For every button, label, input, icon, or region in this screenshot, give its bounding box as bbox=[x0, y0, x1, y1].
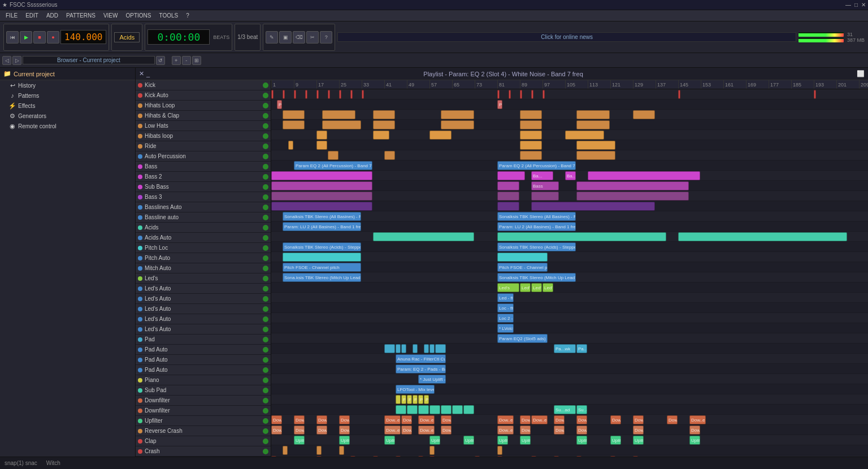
pattern-block[interactable]: Sona.ksis TBK Stereo (Mitch Up Lead) - F… bbox=[283, 273, 361, 282]
pattern-block[interactable] bbox=[441, 110, 474, 119]
pattern-block[interactable]: 3 bbox=[531, 90, 533, 99]
pattern-block[interactable]: Uplifter bbox=[689, 436, 700, 445]
pattern-block[interactable]: Dow..er bbox=[384, 425, 401, 435]
sidebar-item-remote[interactable]: ◉ Remote control bbox=[0, 121, 135, 131]
pattern-block[interactable] bbox=[373, 110, 395, 119]
play-btn[interactable]: ▶ bbox=[20, 31, 32, 44]
pattern-block[interactable]: Uplifter bbox=[463, 436, 474, 445]
track-mute-btn[interactable] bbox=[263, 123, 268, 129]
track-mute-btn[interactable] bbox=[263, 286, 268, 292]
track-row[interactable]: Ride bbox=[136, 141, 271, 151]
track-row[interactable]: Led's Auto bbox=[136, 314, 271, 324]
track-mute-btn[interactable] bbox=[263, 408, 268, 414]
timeline-area[interactable]: 1917253341495765738189971051131211291371… bbox=[271, 80, 868, 457]
pattern-block[interactable]: Dow...r bbox=[316, 425, 327, 435]
pattern-block[interactable]: Ba... bbox=[531, 171, 553, 180]
pattern-block[interactable] bbox=[520, 141, 542, 150]
track-row[interactable]: Bass 2 bbox=[136, 172, 271, 182]
track-mute-btn[interactable] bbox=[263, 327, 268, 332]
pattern-block[interactable]: Su..ad bbox=[576, 405, 587, 414]
pattern-block[interactable] bbox=[497, 192, 519, 201]
pattern-block[interactable] bbox=[463, 405, 474, 414]
track-mute-btn[interactable] bbox=[263, 82, 268, 88]
pattern-block[interactable] bbox=[633, 456, 638, 457]
track-row[interactable]: Acids Auto bbox=[136, 233, 271, 243]
pattern-block[interactable]: Sonalksis TBK Stereo (Mitch Up Lead) - F… bbox=[497, 273, 576, 282]
track-row[interactable]: Kick Auto bbox=[136, 90, 271, 101]
track-row[interactable]: Pad bbox=[136, 335, 271, 345]
menu-view[interactable]: VIEW bbox=[100, 12, 121, 19]
track-row[interactable]: Mitch Auto bbox=[136, 263, 271, 273]
close-btn[interactable]: ✕ bbox=[861, 2, 866, 8]
pattern-block[interactable]: Param EQ2 (Slot5 ads) - Band 1 freq bbox=[497, 334, 548, 343]
pattern-block[interactable]: Led's bbox=[531, 283, 542, 292]
pattern-block[interactable]: Sonalksis TBK Stereo (Acids) - Stepper m… bbox=[283, 242, 361, 251]
track-row[interactable]: Pitch Auto bbox=[136, 253, 271, 263]
track-row[interactable]: Pad Auto bbox=[136, 355, 271, 365]
pattern-block[interactable] bbox=[283, 446, 288, 455]
track-mute-btn[interactable] bbox=[263, 438, 268, 444]
pattern-block[interactable]: Param: LU 2 (All Basines) - Band 1 freq bbox=[283, 222, 361, 231]
pattern-block[interactable]: Su...ad bbox=[554, 405, 576, 414]
track-mute-btn[interactable] bbox=[263, 154, 268, 159]
pattern-block[interactable] bbox=[520, 131, 542, 140]
track-mute-btn[interactable] bbox=[263, 266, 268, 271]
pattern-block[interactable]: 3 bbox=[509, 90, 511, 99]
track-row[interactable]: Crash bbox=[136, 446, 271, 457]
track-mute-btn[interactable] bbox=[263, 357, 268, 363]
menu-edit[interactable]: EDIT bbox=[22, 12, 42, 19]
minimize-btn[interactable]: — bbox=[845, 2, 851, 8]
pattern-block[interactable]: Param: LU 2 (All Basines) - Band 1 freq bbox=[497, 222, 576, 231]
pattern-block[interactable]: Dow..er bbox=[497, 425, 514, 435]
pattern-block[interactable] bbox=[576, 141, 615, 150]
pattern-block[interactable] bbox=[396, 405, 406, 414]
track-row[interactable]: Sub Bass bbox=[136, 182, 271, 192]
track-row[interactable]: Upfilter bbox=[136, 416, 271, 426]
track-row[interactable]: Pitch Loc bbox=[136, 243, 271, 253]
browser-back[interactable]: ◁ bbox=[2, 56, 11, 65]
pattern-block[interactable]: Dow...r bbox=[294, 425, 305, 435]
pattern-block[interactable]: Dow...r bbox=[271, 425, 282, 435]
pattern-block[interactable]: Bass bbox=[531, 181, 559, 190]
pattern-block[interactable]: 3 bbox=[339, 90, 341, 99]
pattern-block[interactable]: Dow...r bbox=[339, 425, 350, 435]
track-row[interactable]: Bass bbox=[136, 162, 271, 172]
pattern-block[interactable]: Piano bbox=[418, 395, 423, 404]
pattern-block[interactable]: Uplifter bbox=[339, 436, 350, 445]
track-row[interactable]: Sub Pad bbox=[136, 385, 271, 396]
pattern-block[interactable]: 3 bbox=[542, 90, 545, 99]
track-row[interactable]: Led's Auto bbox=[136, 304, 271, 314]
pattern-block[interactable] bbox=[429, 405, 440, 414]
pattern-block[interactable] bbox=[576, 456, 581, 457]
pattern-block[interactable] bbox=[418, 405, 429, 414]
pattern-block[interactable]: Dow...r bbox=[271, 415, 282, 424]
track-row[interactable]: Reverse Crash bbox=[136, 426, 271, 436]
pattern-block[interactable] bbox=[520, 120, 542, 129]
track-mute-btn[interactable] bbox=[263, 225, 268, 231]
track-mute-btn[interactable] bbox=[263, 174, 268, 180]
pattern-block[interactable] bbox=[322, 120, 361, 129]
menu-add[interactable]: ADD bbox=[43, 12, 62, 19]
track-mute-btn[interactable] bbox=[263, 398, 268, 403]
track-mute-btn[interactable] bbox=[263, 296, 268, 302]
pattern-selector[interactable]: Acids bbox=[114, 32, 140, 42]
pattern-block[interactable]: Dow..er bbox=[401, 415, 412, 424]
track-mute-btn[interactable] bbox=[263, 337, 268, 342]
stop-btn[interactable]: ■ bbox=[33, 31, 46, 44]
track-row[interactable]: Auto Percussion bbox=[136, 151, 271, 162]
prev-btn[interactable]: ⏮ bbox=[6, 31, 19, 44]
menu-help[interactable]: ? bbox=[183, 12, 193, 19]
pattern-block[interactable]: Dow..er bbox=[554, 425, 565, 435]
track-mute-btn[interactable] bbox=[263, 388, 268, 393]
menu-options[interactable]: OPTIONS bbox=[122, 12, 154, 19]
pattern-block[interactable] bbox=[678, 232, 847, 241]
pattern-block[interactable] bbox=[429, 456, 435, 457]
pattern-block[interactable]: Dow..er bbox=[384, 415, 401, 424]
pattern-block[interactable] bbox=[373, 232, 474, 241]
pattern-block[interactable]: Dow..er bbox=[554, 415, 565, 424]
track-row[interactable]: Kick bbox=[136, 80, 271, 90]
pattern-block[interactable]: 3 bbox=[283, 90, 285, 99]
pattern-block[interactable] bbox=[441, 120, 474, 129]
menu-tools[interactable]: TOOLS bbox=[155, 12, 181, 19]
track-row[interactable]: Low Hats bbox=[136, 121, 271, 131]
